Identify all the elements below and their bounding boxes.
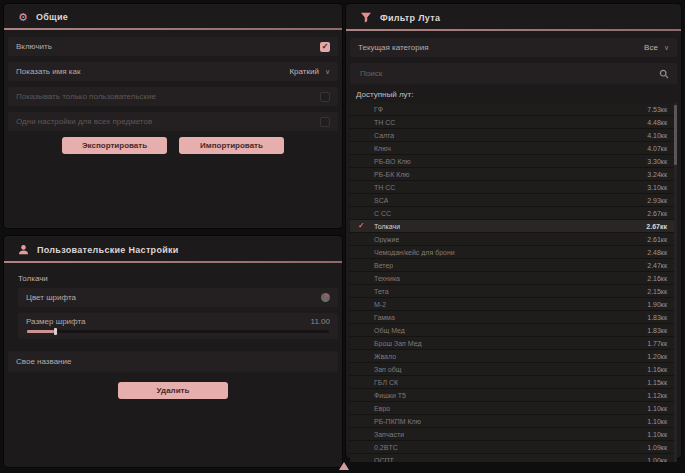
loot-list-item[interactable]: Евро1.10кк	[350, 402, 677, 415]
user-icon	[18, 244, 29, 255]
loot-list-item[interactable]: Гамма1.83кк	[350, 311, 677, 324]
loot-list-item[interactable]: Запчасти1.10кк	[350, 428, 677, 441]
scrollbar-track[interactable]	[674, 103, 677, 462]
loot-list-item[interactable]: М-21.90кк	[350, 298, 677, 311]
loot-list-item[interactable]: ТН СС4.48кк	[350, 116, 677, 129]
font-size-slider[interactable]	[27, 330, 329, 333]
loot-item-name: С СС	[374, 210, 391, 217]
category-dropdown[interactable]: Все ∨	[644, 43, 669, 52]
loot-list-item[interactable]: Жвало1.20кк	[350, 350, 677, 363]
show-name-label: Показать имя как	[16, 67, 80, 76]
loot-item-name: Евро	[374, 405, 390, 412]
show-name-dropdown[interactable]: Краткий ∨	[289, 67, 330, 76]
only-custom-setting-row: Показывать только пользовательские	[8, 87, 338, 106]
check-icon: ✓	[322, 42, 329, 51]
loot-item-name: Запчасти	[374, 431, 404, 438]
font-size-label: Размер шрифта	[26, 317, 85, 326]
loot-item-name: Фишки Т5	[374, 392, 406, 399]
same-settings-label: Одни настройки для всех предметов	[16, 117, 152, 126]
custom-name-input[interactable]	[83, 355, 330, 368]
loot-item-value: 2.93кк	[647, 197, 667, 204]
loot-item-value: 1.10кк	[647, 418, 667, 425]
loot-list-item[interactable]: Ветер2.47кк	[350, 259, 677, 272]
font-size-setting-row: Размер шрифта 11.00	[18, 313, 338, 339]
loot-item-value: 1.90кк	[647, 301, 667, 308]
slider-handle[interactable]	[54, 328, 57, 335]
loot-list-item[interactable]: РБ-ПКПМ Клю1.10кк	[350, 415, 677, 428]
loot-item-name: ТН СС	[374, 184, 395, 191]
loot-list-item[interactable]: SCA2.93кк	[350, 194, 677, 207]
loot-item-value: 2.48кк	[647, 249, 667, 256]
loot-item-name: РБ-ВО Клю	[374, 158, 411, 165]
same-settings-setting-row: Одни настройки для всех предметов	[8, 112, 338, 131]
category-setting-row: Текущая категория Все ∨	[350, 38, 677, 57]
loot-list-item[interactable]: Тета2.15кк	[350, 285, 677, 298]
loot-list-item[interactable]: Салта4.10кк	[350, 129, 677, 142]
user-settings-panel-header: Пользовательские Настройки	[4, 236, 342, 261]
export-button[interactable]: Экспортировать	[62, 137, 167, 154]
loot-item-value: 1.77кк	[647, 340, 667, 347]
font-color-label: Цвет шрифта	[26, 293, 76, 302]
loot-item-name: Ключ	[374, 145, 391, 152]
loot-item-name: ТН СС	[374, 119, 395, 126]
custom-name-label: Свое название	[16, 357, 71, 366]
loot-item-name: 0.2BTC	[374, 444, 398, 451]
loot-item-name: Брош Зап Мед	[374, 340, 422, 347]
loot-list-item[interactable]: 0.2BTC1.09кк	[350, 441, 677, 454]
same-settings-checkbox[interactable]	[320, 117, 330, 127]
enable-checkbox[interactable]: ✓	[320, 42, 330, 52]
loot-filter-panel: Фильтр Лута Текущая категория Все ∨ Дост…	[346, 4, 681, 458]
loot-item-value: 3.30кк	[647, 158, 667, 165]
loot-item-value: 1.20кк	[647, 353, 667, 360]
loot-item-value: 7.53кк	[647, 106, 667, 113]
loot-item-name: Техника	[374, 275, 400, 282]
loot-list-item[interactable]: ОСПТ1.00кк	[350, 454, 677, 462]
loot-item-name: РБ-БК Клю	[374, 171, 410, 178]
search-input[interactable]	[358, 67, 659, 80]
loot-item-value: 2.61кк	[647, 236, 667, 243]
loot-item-value: 3.24кк	[647, 171, 667, 178]
import-button[interactable]: Импортировать	[179, 137, 284, 154]
slider-fill	[27, 330, 54, 333]
loot-list-item[interactable]: ✓Толкачи2.67кк	[350, 220, 677, 233]
loot-item-value: 2.67кк	[647, 210, 667, 217]
loot-list-item[interactable]: Фишки Т51.12кк	[350, 389, 677, 402]
loot-item-value: 1.83кк	[647, 327, 667, 334]
loot-item-value: 2.67кк	[646, 223, 667, 230]
loot-item-name: Гамма	[374, 314, 395, 321]
delete-button[interactable]: Удалить	[118, 382, 228, 399]
loot-list-item[interactable]: Ключ4.07кк	[350, 142, 677, 155]
loot-item-value: 1.10кк	[647, 431, 667, 438]
loot-item-value: 1.16кк	[647, 366, 667, 373]
loot-list-item[interactable]: Техника2.16кк	[350, 272, 677, 285]
enable-setting-row: Включить ✓	[8, 37, 338, 56]
loot-list-item[interactable]: Оружие2.61кк	[350, 233, 677, 246]
loot-item-name: Жвало	[374, 353, 396, 360]
loot-list-item[interactable]: РБ-БК Клю3.24кк	[350, 168, 677, 181]
loot-list-item[interactable]: Чемодан/кейс для брони2.48кк	[350, 246, 677, 259]
only-custom-checkbox[interactable]	[320, 92, 330, 102]
color-picker-icon[interactable]	[321, 293, 330, 302]
loot-item-value: 1.10кк	[647, 405, 667, 412]
loot-list: ГФ7.53ккТН СС4.48ккСалта4.10ккКлюч4.07кк…	[350, 103, 677, 462]
loot-list-item[interactable]: С СС2.67кк	[350, 207, 677, 220]
font-color-setting-row: Цвет шрифта	[18, 288, 338, 307]
loot-item-value: 2.47кк	[647, 262, 667, 269]
loot-item-value: 4.48кк	[647, 119, 667, 126]
loot-list-item[interactable]: Общ Мед1.83кк	[350, 324, 677, 337]
loot-list-item[interactable]: Брош Зап Мед1.77кк	[350, 337, 677, 350]
loot-list-item[interactable]: РБ-ВО Клю3.30кк	[350, 155, 677, 168]
general-panel-header: ⚙ Общие	[4, 4, 342, 28]
loot-list-item[interactable]: ТН СС3.10кк	[350, 181, 677, 194]
loot-list-item[interactable]: ГФ7.53кк	[350, 103, 677, 116]
loot-item-name: М-2	[374, 301, 386, 308]
search-icon[interactable]	[659, 69, 669, 79]
overlay-toggle-handle[interactable]	[339, 462, 349, 470]
funnel-icon	[360, 12, 372, 23]
loot-item-name: Общ Мед	[374, 327, 405, 334]
scrollbar-thumb[interactable]	[674, 105, 677, 165]
chevron-down-icon: ∨	[664, 44, 669, 51]
loot-item-name: Салта	[374, 132, 394, 139]
loot-list-item[interactable]: ГБЛ СК1.15кк	[350, 376, 677, 389]
loot-list-item[interactable]: Зап общ1.16кк	[350, 363, 677, 376]
